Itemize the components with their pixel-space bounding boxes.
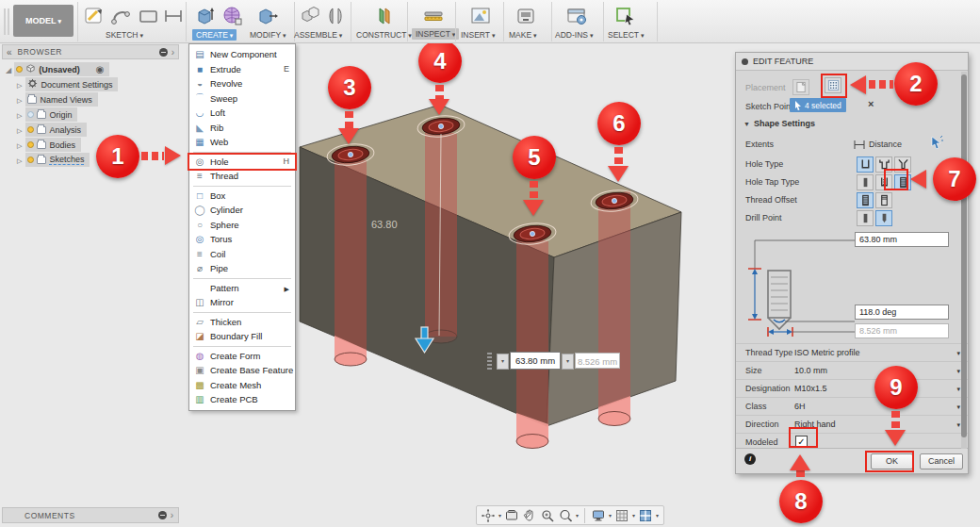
create-menu-button[interactable]: CREATE [192,29,237,41]
make-menu[interactable]: MAKE [509,30,537,40]
menu-item-create-base-feature[interactable]: ▣Create Base Feature [189,363,295,378]
measure-tool-icon[interactable] [422,5,445,27]
menu-item-loft[interactable]: ◡Loft [189,106,295,121]
display-settings-caret-icon[interactable]: ▾ [609,512,612,519]
menu-item-web[interactable]: ▦Web [189,135,295,150]
menu-item-create-mesh[interactable]: ▩Create Mesh [189,378,295,393]
menu-item-sphere[interactable]: ○Sphere [189,218,295,233]
depth-dimension-input[interactable]: 63.80 mm [510,352,561,370]
info-icon[interactable]: i [744,453,756,465]
zoom-window-icon[interactable] [558,508,573,523]
construct-plane-icon[interactable] [373,5,396,27]
dimension-drag-handle[interactable] [487,353,492,370]
menu-item-new-component[interactable]: ▤New Component [189,47,295,62]
menu-item-coil[interactable]: ≡Coil [189,247,295,262]
orbit-caret-icon[interactable]: ▾ [498,512,501,519]
menu-item-pattern[interactable]: Pattern [189,281,295,296]
viewports-icon[interactable] [638,508,653,523]
menu-item-torus[interactable]: ◎Torus [189,232,295,247]
insert-image-icon[interactable] [469,5,492,27]
diameter-dimension-input[interactable]: 8.526 mm [575,353,620,369]
class-value[interactable]: 6H [794,402,956,411]
sketch-menu[interactable]: SKETCH [106,30,143,40]
pan-icon[interactable] [522,508,537,523]
display-settings-icon[interactable] [591,508,606,523]
depth-stepper-left[interactable]: ▾ [497,354,509,370]
sketch-points-selection-badge[interactable]: 4 selected [790,98,846,112]
dialog-header[interactable]: EDIT FEATURE [736,53,968,71]
thread-offset-partial-button[interactable] [875,192,892,208]
insert-menu[interactable]: INSERT [461,30,496,40]
toolbar-grip[interactable] [4,8,9,35]
workspace-switcher[interactable]: MODEL [13,5,74,37]
depth-stepper-right[interactable]: ▾ [562,354,574,370]
press-pull-icon[interactable] [256,5,279,27]
designation-row[interactable]: Designation M10x1.5 [736,379,968,397]
extrude-tool-icon[interactable] [194,5,217,27]
menu-item-hole[interactable]: ◎HoleH [189,155,295,170]
thread-offset-full-button[interactable] [857,192,874,208]
browser-options-icon[interactable] [159,48,168,57]
extents-value[interactable]: Distance [869,140,902,149]
browser-header[interactable]: BROWSER [2,44,179,59]
menu-item-mirror[interactable]: ◫Mirror [189,295,295,310]
select-menu[interactable]: SELECT [608,30,645,40]
scrollbar-thumb[interactable] [961,74,967,437]
menu-item-sweep[interactable]: ⌒Sweep [189,91,295,107]
zoom-window-caret-icon[interactable]: ▾ [576,512,579,519]
new-component-tool-icon[interactable] [300,5,322,27]
menu-item-pipe[interactable]: ⌀Pipe [189,261,295,276]
placement-face-button[interactable] [792,79,809,95]
menu-item-rib[interactable]: ◣Rib [189,121,295,136]
comments-bar[interactable]: COMMENTS [2,507,179,523]
menu-item-revolve[interactable]: ◒Revolve [189,76,295,91]
menu-item-extrude[interactable]: ■ExtrudeE [189,62,295,77]
inspect-menu[interactable]: INSPECT [412,28,459,40]
class-row[interactable]: Class 6H [736,397,968,415]
grid-settings-icon[interactable] [614,508,629,523]
browser-expand-icon[interactable] [172,47,174,58]
menu-item-cylinder[interactable]: ◯Cylinder [189,203,295,218]
size-value[interactable]: 10.0 mm [794,366,956,375]
shape-settings-section[interactable]: Shape Settings [743,119,815,128]
comments-options-icon[interactable] [158,511,167,519]
viewports-caret-icon[interactable]: ▾ [656,512,659,519]
drill-point-flat-button[interactable] [857,210,874,226]
spline-icon[interactable] [110,5,133,27]
rectangle-tool-icon[interactable] [138,5,160,27]
menu-item-boundary-fill[interactable]: ◪Boundary Fill [189,329,295,344]
create-sketch-icon[interactable] [83,5,106,27]
sketch-dimension-icon[interactable] [162,5,185,27]
thread-type-row[interactable]: Thread Type ISO Metric profile [736,343,968,361]
assemble-menu[interactable]: ASSEMBLE [294,30,342,40]
modify-menu[interactable]: MODIFY [250,30,286,40]
menu-item-thread[interactable]: ≡Thread [189,169,295,184]
tap-type-simple-button[interactable] [857,174,874,190]
menu-item-create-pcb[interactable]: ▥Create PCB [189,392,295,407]
joint-tool-icon[interactable] [324,5,347,27]
cancel-button[interactable]: Cancel [920,453,963,469]
make-3dprint-icon[interactable] [514,5,537,27]
orbit-icon[interactable] [481,508,496,523]
select-tool-icon[interactable] [614,5,637,27]
zoom-icon[interactable] [540,508,555,523]
look-at-icon[interactable] [504,508,519,523]
menu-item-box[interactable]: □Box [189,189,295,204]
panel-scrollbar[interactable] [961,72,967,449]
comments-expand-icon[interactable] [171,510,173,520]
tip-diameter-field[interactable] [855,323,949,338]
flip-direction-icon[interactable] [930,136,943,149]
addins-menu[interactable]: ADD-INS [555,30,593,40]
angle-field[interactable] [855,305,949,320]
direction-row[interactable]: Direction Right hand [736,415,968,433]
clear-selection-icon[interactable] [868,98,874,109]
collapse-panel-icon[interactable] [7,47,18,58]
menu-item-thicken[interactable]: ▱Thicken [189,315,295,330]
hole-type-simple-button[interactable] [857,156,874,173]
drill-point-angle-button[interactable] [875,210,892,226]
size-row[interactable]: Size 10.0 mm [736,361,968,379]
addins-icon[interactable] [565,5,588,27]
construct-menu[interactable]: CONSTRUCT [356,30,412,40]
thread-type-value[interactable]: ISO Metric profile [794,348,956,357]
menu-item-create-form[interactable]: ◍Create Form [189,349,295,364]
